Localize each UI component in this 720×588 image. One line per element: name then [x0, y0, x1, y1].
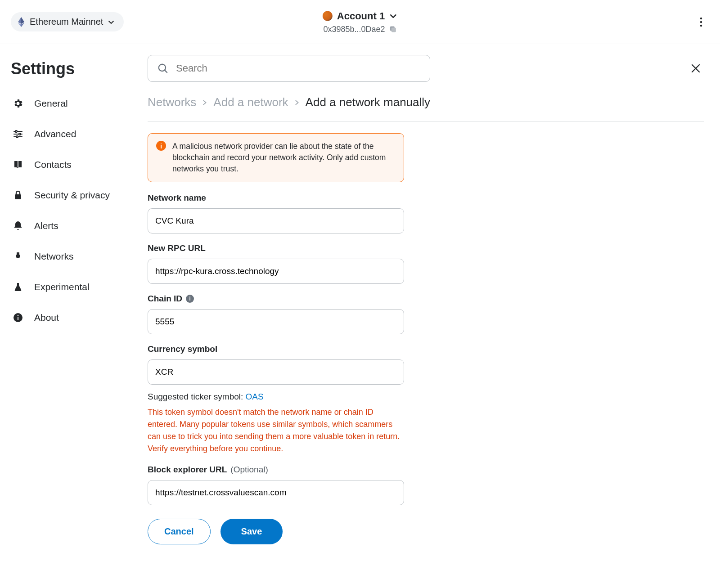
close-button[interactable]: [688, 60, 704, 76]
book-icon: [12, 158, 24, 171]
account-avatar-icon: [323, 11, 333, 21]
save-button[interactable]: Save: [220, 519, 283, 544]
flask-icon: [12, 281, 24, 293]
page-title: Settings: [8, 59, 127, 78]
sidebar-item-label: About: [34, 312, 59, 323]
search-icon: [157, 63, 169, 74]
sidebar-item-networks[interactable]: Networks: [8, 241, 127, 272]
account-name: Account 1: [337, 10, 385, 22]
network-selector[interactable]: Ethereum Mainnet: [11, 12, 124, 31]
network-name: Ethereum Mainnet: [30, 17, 103, 27]
suggested-ticker-hint: Suggested ticker symbol: OAS: [148, 392, 404, 402]
sidebar-item-label: Contacts: [34, 159, 72, 170]
sidebar-item-general[interactable]: General: [8, 88, 127, 119]
chain-id-input[interactable]: [148, 309, 404, 334]
sidebar-item-security[interactable]: Security & privacy: [8, 180, 127, 211]
sliders-icon: [12, 128, 24, 140]
breadcrumb-item-current: Add a network manually: [306, 95, 430, 109]
svg-point-15: [159, 64, 166, 71]
close-icon: [690, 63, 701, 74]
settings-sidebar: Settings General Advanced Contacts Secur…: [0, 44, 135, 567]
chain-id-label: Chain ID i: [148, 294, 404, 304]
sidebar-item-label: Security & privacy: [34, 190, 110, 201]
chevron-right-icon: [294, 99, 300, 106]
kebab-icon: [700, 17, 702, 27]
svg-rect-13: [18, 317, 18, 320]
svg-point-4: [700, 24, 702, 26]
menu-button[interactable]: [694, 15, 708, 29]
sidebar-item-label: General: [34, 98, 68, 109]
bell-icon: [12, 220, 24, 232]
sidebar-item-about[interactable]: About: [8, 302, 127, 333]
lock-icon: [12, 189, 24, 202]
info-icon: [12, 311, 24, 324]
warning-banner: i A malicious network provider can lie a…: [148, 133, 404, 182]
copy-address-button[interactable]: 0x3985b...0Dae2: [323, 24, 396, 34]
svg-line-16: [165, 70, 167, 73]
svg-point-10: [16, 136, 18, 138]
gear-icon: [12, 97, 24, 110]
ethereum-icon: [17, 18, 25, 26]
sidebar-item-label: Alerts: [34, 220, 58, 231]
rpc-url-input[interactable]: [148, 259, 404, 284]
chevron-down-icon: [108, 18, 115, 26]
svg-point-2: [700, 17, 702, 19]
sidebar-item-contacts[interactable]: Contacts: [8, 149, 127, 180]
warning-icon: i: [156, 141, 166, 151]
breadcrumb-item-networks[interactable]: Networks: [148, 95, 196, 109]
search-input[interactable]: [176, 63, 421, 74]
network-name-label: Network name: [148, 193, 404, 203]
rpc-url-label: New RPC URL: [148, 243, 404, 253]
search-input-wrapper[interactable]: [148, 55, 430, 82]
network-name-input[interactable]: [148, 208, 404, 233]
svg-point-14: [18, 315, 19, 316]
sidebar-item-experimental[interactable]: Experimental: [8, 272, 127, 302]
breadcrumb: Networks Add a network Add a network man…: [148, 95, 704, 121]
svg-point-9: [19, 133, 21, 135]
cancel-button[interactable]: Cancel: [148, 519, 211, 544]
suggested-ticker-link[interactable]: OAS: [246, 392, 264, 401]
sidebar-item-advanced[interactable]: Advanced: [8, 119, 127, 149]
svg-rect-11: [15, 194, 21, 199]
breadcrumb-item-add-network[interactable]: Add a network: [213, 95, 288, 109]
svg-rect-1: [392, 28, 396, 32]
chevron-right-icon: [202, 99, 208, 106]
warning-text: A malicious network provider can lie abo…: [172, 141, 396, 175]
sidebar-item-label: Experimental: [34, 282, 90, 292]
currency-symbol-error: This token symbol doesn't match the netw…: [148, 406, 404, 455]
currency-symbol-label: Currency symbol: [148, 344, 404, 354]
block-explorer-label: Block explorer URL (Optional): [148, 465, 404, 475]
account-address: 0x3985b...0Dae2: [323, 24, 385, 34]
svg-point-8: [15, 130, 17, 132]
chevron-down-icon: [389, 12, 397, 20]
copy-icon: [389, 25, 397, 33]
sidebar-item-alerts[interactable]: Alerts: [8, 211, 127, 241]
sidebar-item-label: Advanced: [34, 129, 76, 139]
info-icon[interactable]: i: [186, 295, 194, 303]
sidebar-item-label: Networks: [34, 251, 74, 262]
svg-point-3: [700, 21, 702, 22]
currency-symbol-input[interactable]: [148, 359, 404, 385]
account-selector[interactable]: Account 1: [323, 10, 397, 22]
block-explorer-input[interactable]: [148, 480, 404, 505]
plug-icon: [12, 250, 24, 263]
